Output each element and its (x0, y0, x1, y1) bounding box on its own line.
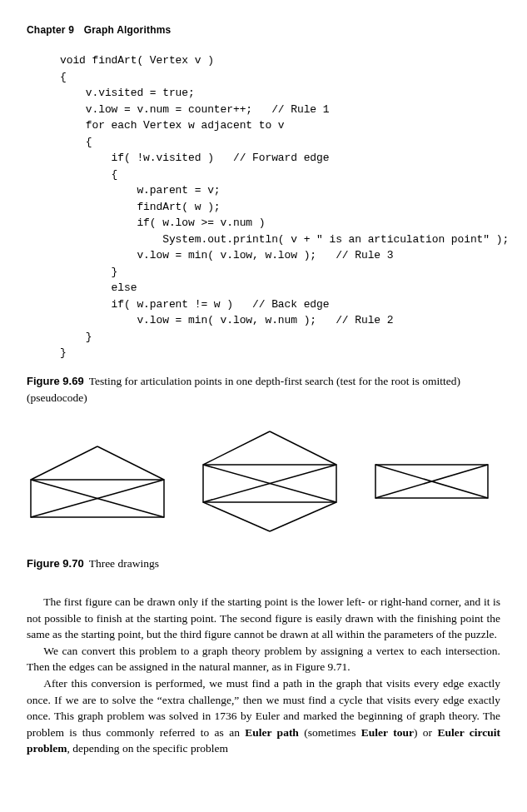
term-euler-path: Euler path (245, 726, 299, 739)
figure-caption-text: Testing for articulation points in one d… (27, 375, 460, 404)
three-drawings (27, 427, 500, 536)
term-euler-tour: Euler tour (361, 726, 414, 739)
figure-label: Figure 9.70 (27, 557, 84, 570)
svg-line-11 (270, 502, 336, 531)
svg-line-9 (270, 431, 336, 465)
figure-label: Figure 9.69 (27, 375, 84, 387)
code-line: v.low = min( v.low, w.num ); // Rule 2 (60, 314, 393, 326)
code-line: { (60, 71, 67, 83)
chapter-header: Chapter 9 Graph Algorithms (27, 23, 500, 37)
code-line: { (60, 168, 117, 181)
svg-line-4 (97, 446, 164, 480)
paragraph: After this conversion is performed, we m… (27, 675, 500, 757)
svg-line-8 (203, 431, 270, 465)
drawing-2 (199, 427, 341, 536)
chapter-title: Graph Algorithms (84, 24, 172, 36)
code-line: } (60, 331, 92, 343)
code-block: void findArt( Vertex v ) { v.visited = t… (60, 52, 500, 361)
chapter-label: Chapter 9 (27, 24, 74, 36)
paragraph: We can convert this problem to a graph t… (27, 643, 500, 675)
code-line: w.parent = v; (60, 184, 221, 197)
text-run: (sometimes (299, 726, 361, 739)
code-line: for each Vertex w adjacent to v (60, 119, 285, 132)
figure-70-caption: Figure 9.70Three drawings (27, 555, 500, 572)
svg-line-3 (31, 446, 97, 480)
code-line: v.low = v.num = counter++; // Rule 1 (60, 103, 329, 116)
svg-line-10 (203, 502, 270, 531)
code-line: else (60, 281, 137, 294)
paragraph: The first figure can be drawn only if th… (27, 594, 500, 643)
code-line: if( w.low >= v.num ) (60, 217, 265, 229)
text-run: ) or (414, 726, 437, 739)
figure-69-caption: Figure 9.69Testing for articulation poin… (27, 373, 500, 406)
code-line: { (60, 136, 92, 148)
code-line: void findArt( Vertex v ) (60, 54, 214, 67)
code-line: } (60, 266, 117, 278)
drawing-3 (371, 461, 492, 502)
body-text: The first figure can be drawn only if th… (27, 594, 500, 757)
code-line: v.low = min( v.low, w.low ); // Rule 3 (60, 249, 393, 262)
code-line: findArt( w ); (60, 201, 221, 213)
code-line: if( w.parent != w ) // Back edge (60, 298, 329, 311)
text-run: , depending on the specific problem (67, 742, 228, 755)
code-line: v.visited = true; (60, 87, 195, 99)
code-line: System.out.println( v + " is an articula… (60, 233, 509, 246)
figure-caption-text: Three drawings (89, 557, 159, 570)
code-line: if( !w.visited ) // Forward edge (60, 152, 329, 164)
drawing-1 (27, 442, 168, 521)
code-line: } (60, 346, 67, 359)
